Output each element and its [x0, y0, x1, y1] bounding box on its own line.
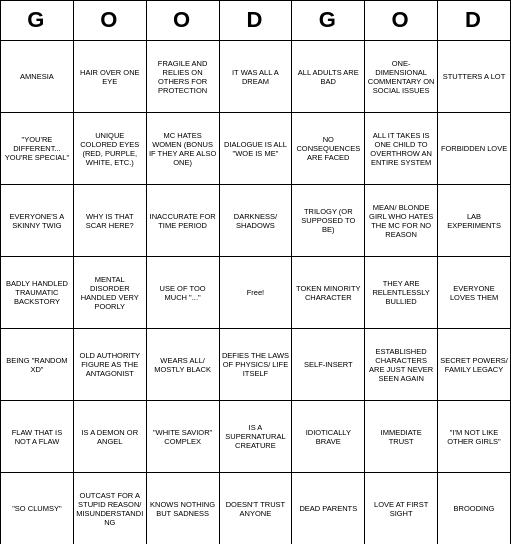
cell-r1-c1[interactable]: UNIQUE COLORED EYES (RED, PURPLE, WHITE,… [73, 113, 146, 185]
header-col-5: O [365, 1, 438, 41]
bingo-board: GOODGOD AMNESIAHAIR OVER ONE EYEFRAGILE … [0, 0, 511, 544]
cell-r2-c0[interactable]: EVERYONE'S A SKINNY TWIG [1, 185, 74, 257]
cell-r0-c6[interactable]: STUTTERS A LOT [438, 41, 511, 113]
cell-r2-c3[interactable]: DARKNESS/ SHADOWS [219, 185, 292, 257]
cell-r5-c6[interactable]: "I'M NOT LIKE OTHER GIRLS" [438, 401, 511, 473]
cell-r4-c5[interactable]: ESTABLISHED CHARACTERS ARE JUST NEVER SE… [365, 329, 438, 401]
cell-r5-c1[interactable]: IS A DEMON OR ANGEL [73, 401, 146, 473]
cell-r0-c4[interactable]: ALL ADULTS ARE BAD [292, 41, 365, 113]
cell-r0-c5[interactable]: ONE-DIMENSIONAL COMMENTARY ON SOCIAL ISS… [365, 41, 438, 113]
cell-r6-c0[interactable]: "SO CLUMSY" [1, 473, 74, 545]
cell-r0-c1[interactable]: HAIR OVER ONE EYE [73, 41, 146, 113]
cell-r1-c6[interactable]: FORBIDDEN LOVE [438, 113, 511, 185]
cell-r4-c0[interactable]: BEING "RANDOM XD" [1, 329, 74, 401]
cell-r6-c2[interactable]: KNOWS NOTHING BUT SADNESS [146, 473, 219, 545]
cell-r2-c2[interactable]: INACCURATE FOR TIME PERIOD [146, 185, 219, 257]
cell-r4-c1[interactable]: OLD AUTHORITY FIGURE AS THE ANTAGONIST [73, 329, 146, 401]
header-col-2: O [146, 1, 219, 41]
cell-r3-c6[interactable]: EVERYONE LOVES THEM [438, 257, 511, 329]
cell-r1-c0[interactable]: "YOU'RE DIFFERENT... YOU'RE SPECIAL" [1, 113, 74, 185]
cell-r3-c4[interactable]: TOKEN MINORITY CHARACTER [292, 257, 365, 329]
cell-r5-c3[interactable]: IS A SUPERNATURAL CREATURE [219, 401, 292, 473]
cell-r0-c2[interactable]: FRAGILE AND RELIES ON OTHERS FOR PROTECT… [146, 41, 219, 113]
cell-r5-c5[interactable]: IMMEDIATE TRUST [365, 401, 438, 473]
cell-r5-c0[interactable]: FLAW THAT IS NOT A FLAW [1, 401, 74, 473]
cell-r6-c5[interactable]: LOVE AT FIRST SIGHT [365, 473, 438, 545]
cell-r1-c5[interactable]: ALL IT TAKES IS ONE CHILD TO OVERTHROW A… [365, 113, 438, 185]
cell-r3-c5[interactable]: THEY ARE RELENTLESSLY BULLIED [365, 257, 438, 329]
cell-r6-c3[interactable]: DOESN'T TRUST ANYONE [219, 473, 292, 545]
cell-r3-c1[interactable]: MENTAL DISORDER HANDLED VERY POORLY [73, 257, 146, 329]
cell-r4-c4[interactable]: SELF-INSERT [292, 329, 365, 401]
cell-r1-c4[interactable]: NO CONSEQUENCES ARE FACED [292, 113, 365, 185]
cell-r0-c0[interactable]: AMNESIA [1, 41, 74, 113]
cell-r4-c2[interactable]: WEARS ALL/ MOSTLY BLACK [146, 329, 219, 401]
cell-r0-c3[interactable]: IT WAS ALL A DREAM [219, 41, 292, 113]
cell-r5-c4[interactable]: IDIOTICALLY BRAVE [292, 401, 365, 473]
cell-r2-c1[interactable]: WHY IS THAT SCAR HERE? [73, 185, 146, 257]
header-col-3: D [219, 1, 292, 41]
cell-r4-c6[interactable]: SECRET POWERS/ FAMILY LEGACY [438, 329, 511, 401]
header-col-4: G [292, 1, 365, 41]
cell-r2-c6[interactable]: LAB EXPERIMENTS [438, 185, 511, 257]
header-col-0: G [1, 1, 74, 41]
header-col-1: O [73, 1, 146, 41]
cell-r5-c2[interactable]: "WHITE SAVIOR" COMPLEX [146, 401, 219, 473]
cell-r3-c3[interactable]: Free! [219, 257, 292, 329]
cell-r6-c1[interactable]: OUTCAST FOR A STUPID REASON/ MISUNDERSTA… [73, 473, 146, 545]
cell-r4-c3[interactable]: DEFIES THE LAWS OF PHYSICS/ LIFE ITSELF [219, 329, 292, 401]
cell-r3-c0[interactable]: BADLY HANDLED TRAUMATIC BACKSTORY [1, 257, 74, 329]
cell-r1-c2[interactable]: MC HATES WOMEN (BONUS IF THEY ARE ALSO O… [146, 113, 219, 185]
cell-r6-c4[interactable]: DEAD PARENTS [292, 473, 365, 545]
cell-r1-c3[interactable]: DIALOGUE IS ALL "WOE IS ME" [219, 113, 292, 185]
cell-r2-c4[interactable]: TRILOGY (OR SUPPOSED TO BE) [292, 185, 365, 257]
cell-r2-c5[interactable]: MEAN/ BLONDE GIRL WHO HATES THE MC FOR N… [365, 185, 438, 257]
cell-r6-c6[interactable]: BROODING [438, 473, 511, 545]
cell-r3-c2[interactable]: USE OF TOO MUCH "..." [146, 257, 219, 329]
header-col-6: D [438, 1, 511, 41]
